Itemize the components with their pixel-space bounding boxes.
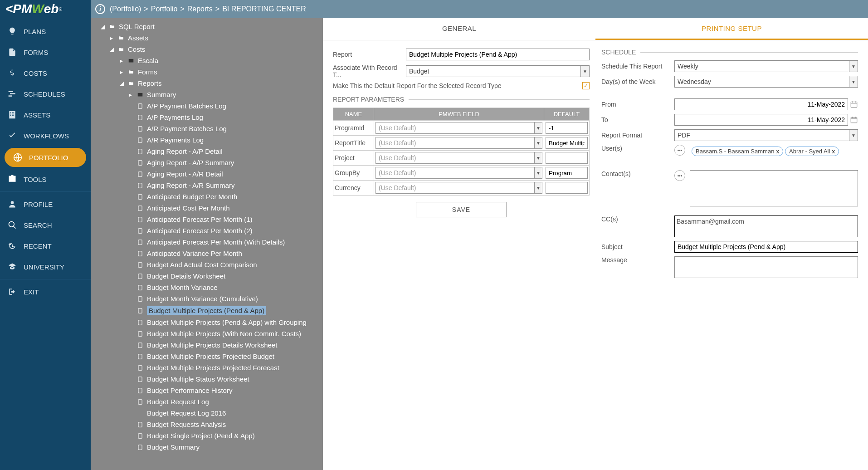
tree-report-item[interactable]: Budget Multiple Status Worksheet	[91, 373, 323, 385]
message-input[interactable]	[674, 256, 858, 278]
schedule-report-select[interactable]: Weekly ▼	[674, 60, 858, 72]
nav-label: PORTFOLIO	[29, 154, 68, 162]
tree-report-item[interactable]: Aging Report - A/P Detail	[91, 146, 323, 157]
users-picker-button[interactable]: •••	[674, 145, 685, 156]
tab-printing-setup[interactable]: PRINTING SETUP	[595, 18, 868, 40]
nav-exit[interactable]: EXIT	[0, 281, 91, 302]
nav-workflows[interactable]: WORKFLOWS	[0, 125, 91, 146]
nav-plans[interactable]: PLANS	[0, 21, 91, 42]
tree-node-escala[interactable]: ▸ Escala	[91, 55, 323, 66]
nav-costs[interactable]: COSTS	[0, 63, 91, 83]
tree-report-item[interactable]: Anticipated Cost Per Month	[91, 202, 323, 214]
tree-node-assets[interactable]: ▸ Assets	[91, 32, 323, 44]
param-default-input[interactable]	[546, 122, 588, 134]
param-default-input[interactable]	[546, 167, 588, 179]
contacts-box[interactable]	[690, 170, 858, 206]
tree-report-item[interactable]: A/P Payment Batches Log	[91, 100, 323, 112]
breadcrumb-part[interactable]: Portfolio	[151, 5, 178, 13]
chevron-down-icon: ▼	[534, 137, 542, 149]
tree-report-item[interactable]: Budget Request Log 2016	[91, 407, 323, 419]
from-date-input[interactable]	[674, 98, 848, 110]
tree-report-item[interactable]: Budget Multiple Projects Projected Forec…	[91, 362, 323, 373]
tab-general[interactable]: GENERAL	[323, 18, 595, 40]
to-date-input[interactable]	[674, 114, 848, 126]
chip-remove-icon[interactable]: x	[832, 148, 835, 155]
nav-schedules[interactable]: SCHEDULES	[0, 83, 91, 104]
tree-report-item[interactable]: Aging Report - A/R Detail	[91, 168, 323, 180]
collapse-icon[interactable]: ◢	[109, 46, 114, 53]
param-default-input[interactable]	[546, 137, 588, 149]
contacts-picker-button[interactable]: •••	[674, 170, 685, 181]
tree-report-item[interactable]: Budget Month Variance (Cumulative)	[91, 293, 323, 304]
nav-assets[interactable]: ASSETS	[0, 104, 91, 125]
chevron-down-icon: ▼	[849, 129, 858, 141]
breadcrumb-root[interactable]: (Portfolio)	[110, 5, 141, 13]
tree-node-reports[interactable]: ◢ Reports	[91, 78, 323, 89]
nav-recent[interactable]: RECENT	[0, 235, 91, 256]
cc-input[interactable]: Basamman@gmail.com	[674, 215, 858, 237]
tree-report-item[interactable]: Budget Summary	[91, 441, 323, 453]
calendar-icon[interactable]	[850, 116, 858, 124]
tree-report-item[interactable]: Budget Multiple Projects (With Non Commi…	[91, 328, 323, 339]
tree-root[interactable]: ◢ SQL Report	[91, 21, 323, 32]
collapse-icon[interactable]: ◢	[100, 24, 105, 30]
nav-tools[interactable]: TOOLS	[0, 169, 91, 190]
tree-report-item[interactable]: Anticipated Budget Per Month	[91, 191, 323, 202]
default-checkbox[interactable]: ✓	[582, 82, 590, 89]
params-header: REPORT PARAMETERS	[333, 96, 404, 103]
param-default-input[interactable]	[546, 152, 588, 164]
tree-report-item[interactable]: Budget Multiple Projects (Pend & App) wi…	[91, 317, 323, 328]
tree-report-item[interactable]: Budget Month Variance	[91, 282, 323, 293]
nav-university[interactable]: UNIVERSITY	[0, 256, 91, 277]
tree-report-item[interactable]: Budget Multiple Projects (Pend & App)	[91, 304, 323, 317]
tree-node-forms[interactable]: ▸ Forms	[91, 66, 323, 78]
associate-select[interactable]: Budget ▼	[406, 65, 590, 77]
nav-profile[interactable]: PROFILE	[0, 194, 91, 215]
subject-input[interactable]	[674, 241, 858, 253]
chip-remove-icon[interactable]: x	[776, 148, 779, 155]
tree-report-item[interactable]: Budget Multiple Projects Details Workshe…	[91, 339, 323, 351]
tree-report-item[interactable]: A/P Payments Log	[91, 112, 323, 123]
collapse-icon[interactable]: ◢	[119, 80, 124, 87]
tree-report-item[interactable]: Budget Details Worksheet	[91, 270, 323, 282]
form-left-col: Report Associate With Record T... Budget…	[333, 49, 590, 278]
save-button[interactable]: SAVE	[416, 202, 507, 217]
param-field-select[interactable]: (Use Default)▼	[375, 167, 542, 179]
expand-icon[interactable]: ▸	[128, 92, 133, 98]
breadcrumb-part[interactable]: Reports	[187, 5, 213, 13]
param-field-select[interactable]: (Use Default)▼	[375, 122, 542, 134]
tree-report-item[interactable]: Budget Request Log	[91, 396, 323, 407]
param-field-select[interactable]: (Use Default)▼	[375, 182, 542, 194]
tree-report-item[interactable]: Budget Performance History	[91, 385, 323, 396]
tree-panel[interactable]: ◢ SQL Report ▸ Assets ◢ Costs ▸ Escala ▸	[91, 18, 323, 470]
calendar-icon[interactable]	[850, 100, 858, 108]
tree-report-item[interactable]: Anticipated Variance Per Month	[91, 248, 323, 259]
nav-search[interactable]: SEARCH	[0, 215, 91, 235]
nav-forms[interactable]: FORMS	[0, 42, 91, 63]
tree-report-item[interactable]: Aging Report - A/R Summary	[91, 180, 323, 191]
nav-label: PLANS	[24, 28, 46, 35]
expand-icon[interactable]: ▸	[119, 69, 124, 75]
tree-report-item[interactable]: Budget Single Project (Pend & App)	[91, 430, 323, 441]
tree-report-item[interactable]: Anticipated Forecast Per Month (With Det…	[91, 236, 323, 248]
days-select[interactable]: Wednesday ▼	[674, 76, 858, 88]
tree-report-item[interactable]: Budget Multiple Projects Projected Budge…	[91, 351, 323, 362]
tree-report-item[interactable]: Budget Requests Analysis	[91, 419, 323, 430]
tree-report-item[interactable]: A/R Payments Log	[91, 134, 323, 146]
param-field-select[interactable]: (Use Default)▼	[375, 137, 542, 149]
format-select[interactable]: PDF ▼	[674, 129, 858, 141]
expand-icon[interactable]: ▸	[109, 35, 114, 41]
tree-report-item[interactable]: Aging Report - A/P Summary	[91, 157, 323, 168]
param-field-select[interactable]: (Use Default)▼	[375, 152, 542, 164]
info-icon[interactable]: i	[95, 4, 105, 14]
nav-portfolio[interactable]: PORTFOLIO	[5, 148, 86, 167]
param-default-input[interactable]	[546, 182, 588, 194]
expand-icon[interactable]: ▸	[119, 58, 124, 64]
tree-report-item[interactable]: Budget And Actual Cost Comparison	[91, 259, 323, 270]
tree-report-item[interactable]: A/R Payment Batches Log	[91, 123, 323, 134]
tree-report-item[interactable]: Anticipated Forecast Per Month (1)	[91, 214, 323, 225]
tree-node-summary[interactable]: ▸ Summary	[91, 89, 323, 100]
report-input[interactable]	[406, 49, 590, 60]
tree-node-costs[interactable]: ◢ Costs	[91, 44, 323, 55]
tree-report-item[interactable]: Anticipated Forecast Per Month (2)	[91, 225, 323, 236]
